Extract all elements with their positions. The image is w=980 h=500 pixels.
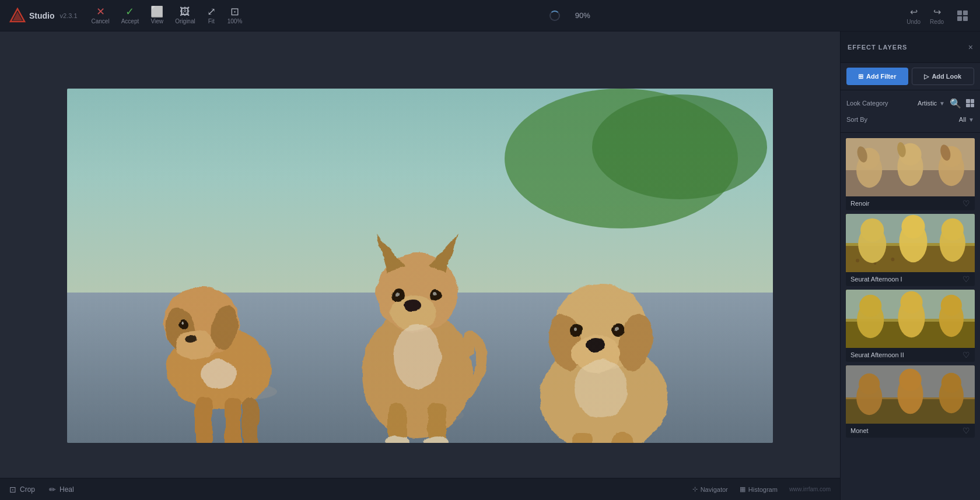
main-area: ⊡ Crop ✏ Heal ⊹ Navigator ▦ Histogram ww… — [0, 31, 980, 500]
app-name: Studio — [29, 11, 55, 20]
grid-layout-button[interactable] — [954, 8, 971, 24]
view-button[interactable]: ⬜ View — [150, 6, 163, 24]
crop-tool[interactable]: ⊡ Crop — [9, 485, 35, 494]
histogram-icon: ▦ — [740, 485, 746, 493]
undo-button[interactable]: ↩ Undo — [903, 4, 924, 27]
svg-rect-2 — [957, 10, 962, 15]
favorite-seurat2[interactable]: ♡ — [963, 350, 970, 360]
heal-tool[interactable]: ✏ Heal — [49, 485, 74, 494]
svg-point-98 — [942, 373, 961, 393]
look-category-dropdown[interactable]: Artistic ▼ — [918, 100, 945, 107]
look-name-seurat1: Seurat Afternoon I — [850, 276, 902, 283]
svg-point-78 — [856, 259, 859, 262]
panel-header: EFFECT LAYERS × — [841, 31, 980, 63]
right-panel: EFFECT LAYERS × ⊞ Add Filter ▷ Add Look … — [840, 31, 980, 500]
svg-point-96 — [899, 369, 921, 391]
look-name-renoir: Renoir — [850, 200, 869, 207]
original-label: Original — [175, 18, 195, 24]
svg-point-85 — [859, 295, 881, 317]
app-version: v2.3.1 — [60, 12, 78, 19]
image-canvas — [67, 89, 773, 443]
svg-point-77 — [942, 219, 964, 241]
fit-button[interactable]: ⤢ Fit — [207, 6, 216, 24]
look-category-value: Artistic — [918, 100, 937, 107]
sort-by-value: All — [959, 116, 966, 123]
zoom-100-icon: ⊡ — [230, 6, 239, 17]
look-thumbnail-monet — [846, 365, 975, 424]
toolbar: Studio v2.3.1 ✕ Cancel ✓ Accept ⬜ View 🖼… — [0, 0, 980, 31]
redo-icon: ↪ — [933, 6, 941, 17]
add-filter-button[interactable]: ⊞ Add Filter — [846, 68, 908, 85]
cancel-button[interactable]: ✕ Cancel — [92, 6, 110, 24]
add-filter-label: Add Filter — [866, 73, 896, 80]
undo-icon: ↩ — [910, 6, 918, 17]
svg-point-87 — [900, 291, 922, 314]
look-thumbnail-renoir — [846, 138, 975, 196]
panel-filters: Look Category Artistic ▼ 🔍 Sort By A — [841, 90, 980, 133]
view-label: View — [150, 18, 163, 24]
loading-indicator — [550, 10, 560, 21]
svg-point-73 — [860, 219, 884, 242]
look-category-chevron: ▼ — [939, 100, 945, 107]
look-item-seurat1[interactable]: Seurat Afternoon I ♡ — [845, 213, 975, 287]
toolbar-center: 90% — [550, 10, 596, 21]
svg-point-89 — [941, 295, 962, 316]
look-thumbnail-seurat2 — [846, 290, 975, 348]
search-button[interactable]: 🔍 — [950, 98, 961, 109]
watermark: www.irrfam.com — [789, 486, 831, 492]
look-name-seurat2: Seurat Afternoon II — [850, 351, 904, 358]
bottom-right: ⊹ Navigator ▦ Histogram www.irrfam.com — [692, 485, 831, 493]
crop-label: Crop — [20, 485, 35, 494]
look-thumbnail-seurat1 — [846, 214, 975, 272]
zoom-100-label: 100% — [228, 18, 243, 24]
navigator-item[interactable]: ⊹ Navigator — [692, 485, 728, 493]
look-footer-seurat1: Seurat Afternoon I ♡ — [846, 272, 975, 286]
panel-close-button[interactable]: × — [968, 43, 973, 52]
histogram-item[interactable]: ▦ Histogram — [740, 485, 778, 493]
redo-button[interactable]: ↪ Redo — [926, 4, 947, 27]
add-look-button[interactable]: ▷ Add Look — [912, 68, 975, 85]
histogram-label: Histogram — [748, 486, 778, 493]
fit-label: Fit — [208, 18, 215, 24]
panel-buttons: ⊞ Add Filter ▷ Add Look — [841, 63, 980, 90]
accept-button[interactable]: ✓ Accept — [121, 6, 139, 24]
favorite-seurat1[interactable]: ♡ — [963, 274, 970, 284]
look-footer-monet: Monet ♡ — [846, 424, 975, 438]
add-filter-icon: ⊞ — [858, 73, 863, 80]
favorite-monet[interactable]: ♡ — [963, 426, 970, 435]
heal-label: Heal — [60, 485, 74, 494]
svg-rect-4 — [957, 16, 962, 21]
accept-icon: ✓ — [125, 6, 134, 17]
navigator-label: Navigator — [701, 486, 728, 493]
look-footer-renoir: Renoir ♡ — [846, 196, 975, 210]
sort-by-dropdown[interactable]: All ▼ — [959, 116, 974, 123]
look-category-label: Look Category — [846, 100, 888, 107]
look-category-row: Look Category Artistic ▼ 🔍 — [846, 95, 974, 111]
panel-title: EFFECT LAYERS — [848, 44, 907, 51]
grid-view-button[interactable] — [966, 99, 974, 107]
cancel-icon: ✕ — [96, 6, 105, 17]
canvas-area: ⊡ Crop ✏ Heal ⊹ Navigator ▦ Histogram ww… — [0, 31, 840, 500]
look-item-renoir[interactable]: Renoir ♡ — [845, 138, 975, 211]
grid-layout-icon — [957, 10, 968, 22]
accept-label: Accept — [121, 18, 139, 24]
crop-icon: ⊡ — [9, 485, 16, 494]
sort-by-row: Sort By All ▼ — [846, 111, 974, 128]
svg-point-80 — [891, 258, 894, 261]
zoom-100-button[interactable]: ⊡ 100% — [228, 6, 243, 24]
zoom-value: 90% — [569, 11, 596, 20]
add-look-label: Add Look — [932, 73, 961, 80]
svg-rect-5 — [963, 16, 968, 21]
look-item-monet[interactable]: Monet ♡ — [845, 365, 975, 438]
svg-rect-57 — [67, 89, 773, 443]
original-button[interactable]: 🖼 Original — [175, 6, 195, 24]
undo-label: Undo — [907, 19, 921, 25]
redo-label: Redo — [930, 19, 944, 25]
favorite-renoir[interactable]: ♡ — [963, 199, 970, 208]
look-item-seurat2[interactable]: Seurat Afternoon II ♡ — [845, 289, 975, 362]
undo-redo-group: ↩ Undo ↪ Redo — [903, 4, 947, 27]
sort-by-label: Sort By — [846, 116, 867, 123]
svg-point-94 — [859, 374, 880, 395]
painted-dogs-image — [67, 89, 773, 443]
fit-icon: ⤢ — [207, 6, 216, 17]
